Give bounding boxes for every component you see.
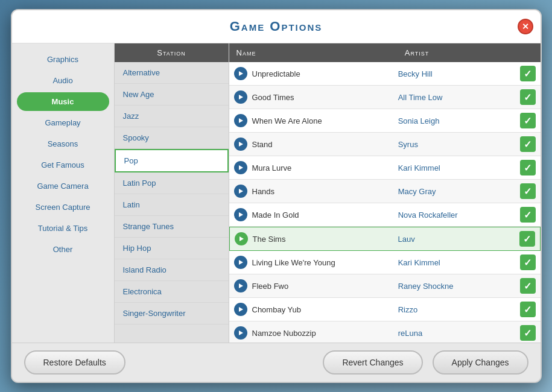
track-name: Good Times bbox=[252, 93, 398, 102]
track-checkbox[interactable]: ✓ bbox=[520, 207, 536, 223]
track-artist: Becky Hill bbox=[398, 69, 520, 78]
nav-item-get-famous[interactable]: Get Famous bbox=[17, 156, 109, 174]
play-icon[interactable] bbox=[235, 232, 248, 245]
track-row[interactable]: The SimsLauv✓ bbox=[229, 227, 541, 251]
station-column: Station AlternativeNew AgeJazzSpookyPopL… bbox=[115, 43, 229, 343]
track-checkbox[interactable]: ✓ bbox=[520, 325, 536, 341]
track-name: Hands bbox=[252, 187, 398, 196]
station-item-pop[interactable]: Pop bbox=[115, 149, 229, 172]
modal-body: GraphicsAudioMusicGameplaySeasonsGet Fam… bbox=[12, 43, 541, 343]
play-icon[interactable] bbox=[234, 256, 247, 269]
track-checkbox[interactable]: ✓ bbox=[520, 160, 536, 175]
track-artist: Rizzo bbox=[398, 305, 520, 314]
track-artist: Kari Kimmel bbox=[398, 258, 520, 267]
track-row[interactable]: HandsMacy Gray✓ bbox=[229, 180, 541, 203]
artist-header: Artist bbox=[398, 43, 541, 62]
play-icon[interactable] bbox=[234, 67, 247, 80]
play-icon[interactable] bbox=[234, 161, 247, 174]
play-icon[interactable] bbox=[234, 208, 247, 221]
nav-item-audio[interactable]: Audio bbox=[17, 71, 109, 90]
track-row[interactable]: When We Are AloneSonia Leigh✓ bbox=[229, 109, 541, 133]
play-icon[interactable] bbox=[234, 185, 247, 198]
nav-item-gameplay[interactable]: Gameplay bbox=[17, 113, 109, 132]
station-item-hip-hop[interactable]: Hip Hop bbox=[115, 238, 229, 259]
name-header: Name bbox=[229, 43, 398, 62]
left-navigation: GraphicsAudioMusicGameplaySeasonsGet Fam… bbox=[12, 43, 115, 343]
play-icon[interactable] bbox=[234, 303, 247, 316]
nav-item-graphics[interactable]: Graphics bbox=[17, 50, 109, 69]
track-artist: Lauv bbox=[398, 235, 519, 244]
track-artist: All Time Low bbox=[398, 93, 520, 102]
track-name: Chombay Yub bbox=[252, 305, 398, 314]
track-name: Namzoe Nubozzip bbox=[252, 329, 398, 338]
station-item-island-radio[interactable]: Island Radio bbox=[115, 259, 229, 281]
track-row[interactable]: Living Like We're YoungKari Kimmel✓ bbox=[229, 251, 541, 274]
track-artist: Macy Gray bbox=[398, 187, 520, 196]
track-row[interactable]: StandSyrus✓ bbox=[229, 133, 541, 156]
modal-footer: Restore Defaults Revert Changes Apply Ch… bbox=[12, 343, 541, 382]
track-artist: Raney Shockne bbox=[398, 282, 520, 291]
track-checkbox[interactable]: ✓ bbox=[520, 254, 536, 270]
station-item-singer-songwriter[interactable]: Singer-Songwriter bbox=[115, 303, 229, 324]
track-name: When We Are Alone bbox=[252, 116, 398, 125]
tracks-list: UnpredictableBecky Hill✓Good TimesAll Ti… bbox=[229, 62, 541, 343]
station-item-spooky[interactable]: Spooky bbox=[115, 127, 229, 149]
station-item-alternative[interactable]: Alternative bbox=[115, 62, 229, 84]
station-item-strange-tunes[interactable]: Strange Tunes bbox=[115, 216, 229, 238]
nav-item-screen-capture[interactable]: Screen Capture bbox=[17, 198, 109, 217]
nav-item-seasons[interactable]: Seasons bbox=[17, 134, 109, 153]
track-checkbox[interactable]: ✓ bbox=[520, 183, 536, 199]
track-checkbox[interactable]: ✓ bbox=[520, 302, 536, 317]
track-checkbox[interactable]: ✓ bbox=[520, 89, 536, 105]
track-name: Mura Lurve bbox=[252, 163, 398, 172]
track-name: Made In Gold bbox=[252, 210, 398, 220]
modal-title: Game Options bbox=[230, 19, 323, 34]
track-artist: Kari Kimmel bbox=[398, 163, 520, 172]
play-icon[interactable] bbox=[234, 279, 247, 292]
nav-item-tutorial-&-tips[interactable]: Tutorial & Tips bbox=[17, 219, 109, 238]
nav-item-music[interactable]: Music bbox=[17, 92, 109, 111]
track-checkbox[interactable]: ✓ bbox=[520, 66, 536, 81]
track-name: Stand bbox=[252, 140, 398, 149]
track-name: Fleeb Fwo bbox=[252, 282, 398, 291]
nav-item-game-camera[interactable]: Game Camera bbox=[17, 177, 109, 195]
track-row[interactable]: Fleeb FwoRaney Shockne✓ bbox=[229, 274, 541, 298]
track-row[interactable]: Chombay YubRizzo✓ bbox=[229, 298, 541, 321]
tracks-area: Name Artist UnpredictableBecky Hill✓Good… bbox=[229, 43, 541, 343]
track-checkbox[interactable]: ✓ bbox=[520, 136, 536, 152]
modal-header: Game Options ✕ bbox=[12, 10, 541, 43]
close-button[interactable]: ✕ bbox=[518, 19, 533, 34]
station-item-new-age[interactable]: New Age bbox=[115, 84, 229, 106]
track-artist: Syrus bbox=[398, 140, 520, 149]
track-name: The Sims bbox=[253, 235, 398, 244]
restore-defaults-button[interactable]: Restore Defaults bbox=[24, 350, 125, 375]
play-icon[interactable] bbox=[234, 114, 247, 127]
track-artist: reLuna bbox=[398, 329, 520, 338]
track-row[interactable]: Mura LurveKari Kimmel✓ bbox=[229, 156, 541, 180]
track-checkbox[interactable]: ✓ bbox=[519, 231, 535, 247]
station-header: Station bbox=[115, 43, 229, 62]
track-artist: Nova Rockafeller bbox=[398, 210, 520, 220]
station-item-jazz[interactable]: Jazz bbox=[115, 106, 229, 127]
apply-changes-button[interactable]: Apply Changes bbox=[433, 350, 528, 375]
track-name: Unpredictable bbox=[252, 69, 398, 78]
game-options-modal: Game Options ✕ GraphicsAudioMusicGamepla… bbox=[11, 9, 542, 383]
station-item-electronica[interactable]: Electronica bbox=[115, 281, 229, 303]
track-checkbox[interactable]: ✓ bbox=[520, 278, 536, 294]
station-list: AlternativeNew AgeJazzSpookyPopLatin Pop… bbox=[115, 62, 229, 343]
play-icon[interactable] bbox=[234, 90, 247, 104]
track-row[interactable]: Made In GoldNova Rockafeller✓ bbox=[229, 203, 541, 227]
nav-item-other[interactable]: Other bbox=[17, 240, 109, 259]
track-artist: Sonia Leigh bbox=[398, 116, 520, 125]
track-name: Living Like We're Young bbox=[252, 258, 398, 267]
track-checkbox[interactable]: ✓ bbox=[520, 113, 536, 128]
station-item-latin-pop[interactable]: Latin Pop bbox=[115, 172, 229, 194]
station-item-latin[interactable]: Latin bbox=[115, 194, 229, 216]
track-row[interactable]: Good TimesAll Time Low✓ bbox=[229, 86, 541, 109]
play-icon[interactable] bbox=[234, 138, 247, 151]
tracks-header: Name Artist bbox=[229, 43, 541, 62]
revert-changes-button[interactable]: Revert Changes bbox=[323, 350, 422, 375]
track-row[interactable]: UnpredictableBecky Hill✓ bbox=[229, 62, 541, 86]
track-row[interactable]: Namzoe NubozzipreLuna✓ bbox=[229, 321, 541, 343]
play-icon[interactable] bbox=[234, 326, 247, 340]
